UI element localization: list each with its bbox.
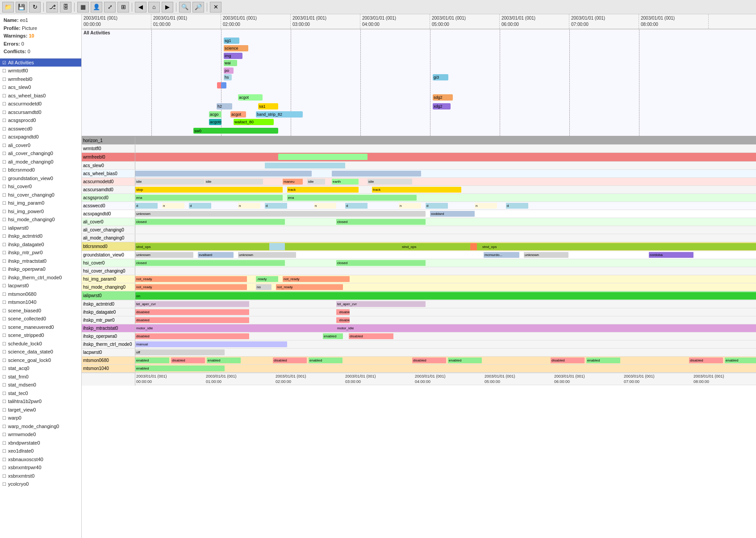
- activity-item-mtsmon1040[interactable]: ☐mtsmon1040: [0, 298, 81, 307]
- activity-item-ihskp_therm_ctrl_mode0[interactable]: ☐ihskp_therm_ctrl_mode0: [0, 273, 81, 282]
- activity-item-stat_mdsen0[interactable]: ☐stat_mdsen0: [0, 381, 81, 389]
- activity-item-ihskp_mtractstat0[interactable]: ☐ihskp_mtractstat0: [0, 257, 81, 265]
- act-blue1: [221, 82, 226, 88]
- activity-item-science_goal_lock0[interactable]: ☐science_goal_lock0: [0, 356, 81, 365]
- activity-item-ihskp_mtr_pwr0[interactable]: ☐ihskp_mtr_pwr0: [0, 248, 81, 257]
- activity-item-acscursamdtd0[interactable]: ☐acscursamdtd0: [0, 108, 81, 117]
- activity-item-all[interactable]: ☑All Activities: [0, 59, 81, 67]
- activity-item-science_data_state0[interactable]: ☐science_data_state0: [0, 348, 81, 356]
- activity-item-wrmtotfl0[interactable]: ☐wrmtotfl0: [0, 67, 81, 75]
- db-btn[interactable]: 🗄: [60, 2, 71, 13]
- activity-label: schedule_lock0: [8, 340, 42, 348]
- name-value: eo1: [20, 17, 28, 25]
- activity-item-ali_cover0[interactable]: ☐ali_cover0: [0, 141, 81, 150]
- activity-item-scene_stripped0[interactable]: ☐scene_stripped0: [0, 331, 81, 340]
- activity-label: science_data_state0: [8, 348, 53, 356]
- activity-item-stat_acq0[interactable]: ☐stat_acq0: [0, 364, 81, 373]
- bar-stnd-ops2: stnd_ops: [401, 243, 423, 250]
- activity-check-icon: ☐: [2, 266, 6, 273]
- activity-item-mtsmon0680[interactable]: ☐mtsmon0680: [0, 290, 81, 298]
- activity-item-hsi_img_power0[interactable]: ☐hsi_img_power0: [0, 207, 81, 216]
- activity-item-hsi_cover_changing0[interactable]: ☐hsi_cover_changing0: [0, 191, 81, 199]
- info-section: Name: eo1 Profile: Picture Warnings: 10 …: [0, 14, 81, 59]
- close-btn[interactable]: ✕: [210, 2, 221, 13]
- activity-item-ihskp_actmtrid0[interactable]: ☐ihskp_actmtrid0: [0, 232, 81, 240]
- activity-item-acsgsprocd0[interactable]: ☐acsgsprocd0: [0, 116, 81, 125]
- time-label-3: 2003/01/01 (001)03:00:00: [291, 14, 360, 29]
- activity-item-ali_mode_changing0[interactable]: ☐ali_mode_changing0: [0, 158, 81, 166]
- activity-item-scene_collected0[interactable]: ☐scene_collected0: [0, 315, 81, 323]
- activity-item-wrmfreebl0[interactable]: ☐wrmfreebl0: [0, 75, 81, 84]
- activity-item-lacpwrst0[interactable]: ☐lacpwrst0: [0, 282, 81, 290]
- bg-ali-cover: closed closed: [135, 218, 756, 226]
- activity-item-wrmwmode0[interactable]: ☐wrmwmode0: [0, 430, 81, 439]
- bar-track2: track: [372, 187, 461, 193]
- label-hsi-cover-changing: hsi_cover_changing0: [82, 267, 135, 275]
- activity-item-xsbnxmtrpwr40[interactable]: ☐xsbnxmtrpwr40: [0, 463, 81, 472]
- activity-item-warp0[interactable]: ☐warp0: [0, 414, 81, 422]
- activity-item-groundstation_view0[interactable]: ☐groundstation_view0: [0, 174, 81, 183]
- activity-item-xsbnxmtrst0[interactable]: ☐xsbnxmtrst0: [0, 472, 81, 480]
- activity-item-target_view0[interactable]: ☐target_view0: [0, 406, 81, 414]
- activity-item-acs_slew0[interactable]: ☐acs_slew0: [0, 83, 81, 92]
- resize-btn[interactable]: ⤢: [104, 2, 116, 13]
- activity-label: ycolcryo0: [8, 480, 29, 488]
- home-btn[interactable]: ⌂: [148, 2, 160, 13]
- bar-idle3: idle: [307, 179, 325, 185]
- activity-label: acscurmodetd0: [8, 100, 42, 108]
- activity-label: acsxpagndtd0: [8, 133, 39, 141]
- scroll-wrapper[interactable]: 2003/01/01 (001)00:00:00 2003/01/01 (001…: [82, 14, 756, 538]
- activity-check-icon: ☐: [2, 431, 6, 438]
- bar-gv-unk2: unknown: [238, 252, 296, 258]
- bar-mcmurdo: mcmurdo...: [484, 252, 519, 258]
- bar-n4: n: [399, 203, 421, 209]
- activity-item-xsbnauxoscst40[interactable]: ☐xsbnauxoscst40: [0, 455, 81, 464]
- activity-item-scene_maneuvered0[interactable]: ☐scene_maneuvered0: [0, 323, 81, 332]
- activity-check-icon: ☐: [2, 374, 6, 380]
- report-btn[interactable]: ▦: [77, 2, 89, 13]
- activity-item-ihskp_operpwra0[interactable]: ☐ihskp_operpwra0: [0, 265, 81, 273]
- bar-n3: n: [314, 203, 336, 209]
- activity-item-acsxpagndtd0[interactable]: ☐acsxpagndtd0: [0, 133, 81, 141]
- activity-label: ali_mode_changing0: [8, 158, 54, 166]
- activity-item-acscurmodetd0[interactable]: ☐acscurmodetd0: [0, 100, 81, 108]
- activity-item-ialipwrst0[interactable]: ☐ialipwrst0: [0, 224, 81, 232]
- bar-disabled1: disabled: [135, 309, 249, 315]
- activity-item-ihskp_datagate0[interactable]: ☐ihskp_datagate0: [0, 240, 81, 249]
- person-btn[interactable]: 👤: [91, 2, 102, 13]
- bar-tel-aper1: tel_aper_cvr: [135, 301, 249, 307]
- activity-item-acsswecd0[interactable]: ☐acsswecd0: [0, 125, 81, 133]
- activity-item-talihtra1b2pwr0[interactable]: ☐talihtra1b2pwr0: [0, 397, 81, 406]
- activity-item-hsi_cover0[interactable]: ☐hsi_cover0: [0, 182, 81, 191]
- expand-btn[interactable]: ⊞: [117, 2, 129, 13]
- bg-acs-wheel: [135, 170, 756, 177]
- refresh-btn[interactable]: ↻: [29, 2, 41, 13]
- toolbar-sep-5: [207, 3, 207, 12]
- zoom-out-btn[interactable]: 🔎: [192, 2, 204, 13]
- activity-item-xeo1dlrate0[interactable]: ☐xeo1dlrate0: [0, 447, 81, 455]
- activity-item-warp_mode_changing0[interactable]: ☐warp_mode_changing0: [0, 422, 81, 431]
- branch-btn[interactable]: ⎇: [46, 2, 58, 13]
- activity-check-icon: ☐: [2, 258, 6, 265]
- open-folder-btn[interactable]: 📁: [2, 2, 14, 13]
- zoom-in-btn[interactable]: 🔍: [179, 2, 191, 13]
- activity-item-btlcrsnmod0[interactable]: ☐btlcrsnmod0: [0, 166, 81, 174]
- save-btn[interactable]: 💾: [16, 2, 27, 13]
- activity-item-acs_wheel_bias0[interactable]: ☐acs_wheel_bias0: [0, 92, 81, 100]
- activity-item-stat_tec0[interactable]: ☐stat_tec0: [0, 389, 81, 398]
- activity-item-schedule_lock0[interactable]: ☐schedule_lock0: [0, 340, 81, 348]
- activity-item-scene_biased0[interactable]: ☐scene_biased0: [0, 307, 81, 315]
- activity-label: hsi_cover0: [8, 183, 32, 190]
- activity-item-hsi_img_param0[interactable]: ☐hsi_img_param0: [0, 199, 81, 207]
- activity-item-xbndpwrstate0[interactable]: ☐xbndpwrstate0: [0, 439, 81, 447]
- row-mtsmon1040: mtsmon1040 enabled: [82, 365, 756, 373]
- forward-btn[interactable]: ▶: [162, 2, 173, 13]
- activity-item-hsi_mode_changing0[interactable]: ☐hsi_mode_changing0: [0, 215, 81, 224]
- activity-item-ycolcryo0[interactable]: ☐ycolcryo0: [0, 480, 81, 488]
- act-science: science: [224, 45, 248, 51]
- activity-label: warp0: [8, 414, 21, 422]
- bg-hsi-cover-changing: [135, 267, 756, 275]
- activity-item-ali_cover_changing0[interactable]: ☐ali_cover_changing0: [0, 149, 81, 158]
- back-btn[interactable]: ◀: [135, 2, 146, 13]
- activity-item-stat_frm0[interactable]: ☐stat_frm0: [0, 373, 81, 381]
